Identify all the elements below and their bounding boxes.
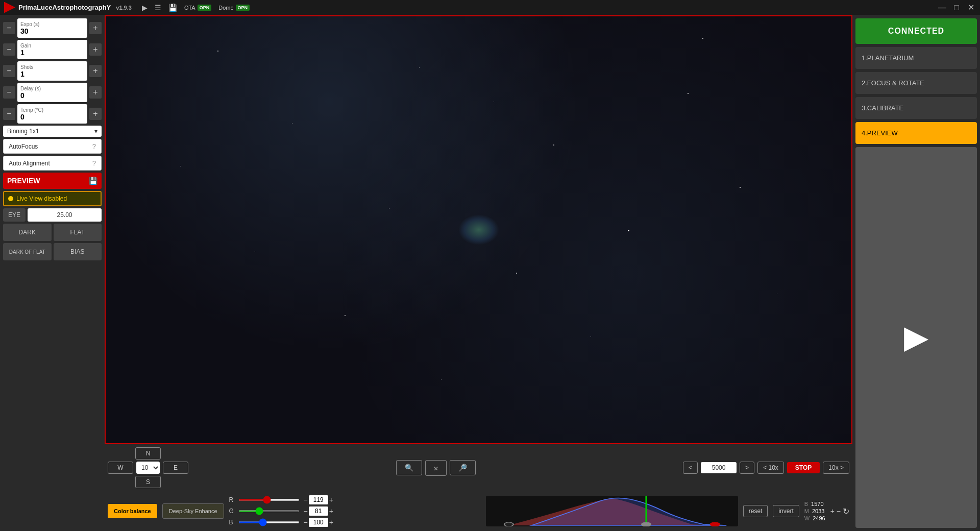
slew-less-button[interactable]: < — [683, 462, 698, 474]
invert-button[interactable]: invert — [773, 505, 799, 517]
hist-refresh-button[interactable]: ↻ — [843, 506, 849, 516]
shots-input-box: Shots 1 — [17, 61, 87, 81]
g-minus-button[interactable]: − — [304, 507, 308, 515]
shots-plus-button[interactable]: + — [89, 65, 102, 77]
red-slider[interactable] — [238, 499, 300, 501]
r-value-box: − + — [304, 495, 333, 504]
app-version: v1.9.3 — [116, 5, 132, 11]
east-button[interactable]: E — [163, 462, 188, 474]
expo-control: − Expo (s) 30 + — [3, 18, 102, 38]
close-button[interactable]: ✕ — [966, 3, 976, 12]
hist-right-button[interactable]: − — [837, 507, 841, 515]
gain-control: − Gain 1 + — [3, 40, 102, 59]
sliders-icon[interactable]: ☰ — [155, 4, 161, 12]
delay-plus-button[interactable]: + — [89, 86, 102, 99]
slew-value-input[interactable] — [701, 462, 737, 473]
north-button[interactable]: N — [135, 447, 161, 460]
stop-button[interactable]: STOP — [787, 462, 820, 473]
save-icon[interactable]: 💾 — [168, 4, 177, 12]
expo-label: Expo (s) — [20, 21, 84, 27]
b-plus-button[interactable]: + — [329, 518, 333, 526]
g-value-input[interactable] — [309, 506, 328, 516]
r-plus-button[interactable]: + — [329, 496, 333, 504]
gain-minus-button[interactable]: − — [3, 43, 15, 56]
m-stat-label: M — [804, 508, 809, 514]
expo-value: 30 — [20, 27, 84, 35]
slew-less10-button[interactable]: < 10x — [757, 462, 784, 474]
temp-value: 0 — [20, 113, 84, 121]
g-value-box: − + — [304, 506, 333, 516]
live-view-button[interactable]: Live View disabled — [3, 191, 102, 206]
minimize-button[interactable]: — — [937, 3, 947, 12]
auto-alignment-button[interactable]: Auto Alignment ? — [3, 156, 102, 171]
r-minus-button[interactable]: − — [304, 496, 308, 504]
auto-alignment-label: Auto Alignment — [9, 160, 50, 167]
gain-value: 1 — [20, 49, 84, 57]
bias-button[interactable]: BIAS — [54, 243, 102, 260]
temp-plus-button[interactable]: + — [89, 108, 102, 120]
expo-minus-button[interactable]: − — [3, 22, 15, 34]
green-slider[interactable] — [238, 510, 300, 512]
focus-rotate-button[interactable]: 2.FOCUS & ROTATE — [855, 72, 977, 94]
connected-button[interactable]: CONNECTED — [855, 18, 977, 44]
w-stat-row: W 2496 — [804, 515, 825, 521]
binning-value: Binning 1x1 — [7, 128, 39, 135]
reset-button[interactable]: reset — [743, 505, 768, 517]
color-balance-button[interactable]: Color balance — [108, 504, 157, 518]
r-value-input[interactable] — [309, 495, 328, 504]
step-select[interactable]: 10 5 1 20 50 — [136, 462, 160, 474]
dark-button[interactable]: DARK — [3, 224, 52, 241]
cursor-icon[interactable]: ▶ — [142, 4, 148, 12]
nav-pad: N W 10 5 1 20 50 E S — [108, 447, 188, 488]
b-minus-button[interactable]: − — [304, 518, 308, 526]
zoom-in-button[interactable]: 🔍 — [396, 460, 422, 475]
save-preview-icon: 💾 — [89, 177, 97, 185]
b-value-input[interactable] — [309, 518, 328, 527]
main-content: − Expo (s) 30 + − Gain 1 + − Shots 1 + — [0, 15, 980, 531]
window-controls: — □ ✕ — [937, 3, 976, 12]
autofocus-button[interactable]: AutoFocus ? — [3, 139, 102, 154]
m-stat-value: 2033 — [812, 508, 824, 514]
south-button[interactable]: S — [135, 476, 161, 488]
flat-button[interactable]: FLAT — [54, 224, 102, 241]
expo-plus-button[interactable]: + — [89, 22, 102, 34]
eye-label: EYE — [3, 208, 26, 222]
preview-menu-button[interactable]: 4.PREVIEW — [855, 122, 977, 144]
titlebar-icons: ▶ ☰ 💾 OTA OPN Dome OPN — [142, 4, 250, 12]
shots-control: − Shots 1 + — [3, 61, 102, 81]
app-name: PrimaLuceAstrophotographY — [18, 4, 111, 11]
hist-left-button[interactable]: + — [830, 507, 835, 515]
svg-point-2 — [642, 522, 651, 526]
shots-value: 1 — [20, 70, 84, 78]
b-value-box: − + — [304, 518, 333, 527]
histogram-end-controls: + − ↻ — [830, 506, 849, 516]
zoom-out-button[interactable]: 🔎 — [450, 460, 476, 475]
b-stat-row: B 1570 — [804, 501, 825, 507]
blue-slider-row: B − + — [229, 518, 481, 527]
deep-sky-enhance-button[interactable]: Deep-Sky Enhance — [162, 503, 224, 519]
dark-of-flat-button[interactable]: DARK OF FLAT — [3, 243, 52, 260]
ota-label: OTA — [184, 5, 195, 11]
next-arrow-panel[interactable]: ► — [855, 147, 977, 528]
west-button[interactable]: W — [108, 462, 133, 474]
zoom-controls: 🔍 ⨉ 🔎 — [396, 460, 476, 476]
ota-badge-group: OTA OPN — [184, 5, 211, 11]
slew-more-button[interactable]: > — [740, 462, 754, 474]
calibrate-button[interactable]: 3.CALIBRATE — [855, 97, 977, 119]
maximize-button[interactable]: □ — [951, 3, 962, 12]
shots-minus-button[interactable]: − — [3, 65, 15, 77]
g-plus-button[interactable]: + — [329, 507, 333, 515]
blue-slider[interactable] — [238, 521, 300, 523]
planetarium-button[interactable]: 1.PLANETARIUM — [855, 47, 977, 69]
gain-plus-button[interactable]: + — [89, 43, 102, 56]
autofocus-help-icon: ? — [92, 142, 96, 150]
nav-row: N W 10 5 1 20 50 E S — [108, 447, 849, 488]
preview-button[interactable]: PREVIEW 💾 — [3, 173, 102, 189]
gain-input-box: Gain 1 — [17, 40, 87, 59]
binning-dropdown[interactable]: Binning 1x1 ▾ — [3, 126, 102, 137]
fit-button[interactable]: ⨉ — [425, 460, 447, 476]
delay-minus-button[interactable]: − — [3, 86, 15, 99]
slew-more10-button[interactable]: 10x > — [823, 462, 849, 474]
image-area — [105, 15, 852, 444]
temp-minus-button[interactable]: − — [3, 108, 15, 120]
